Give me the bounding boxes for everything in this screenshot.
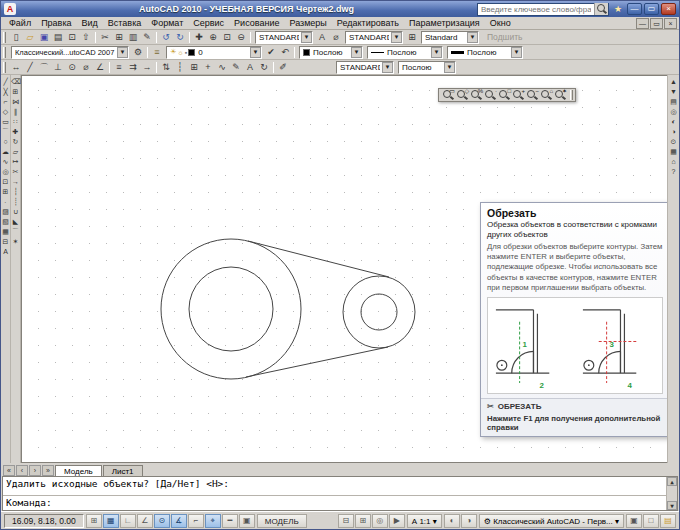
show-motion-button[interactable]: ▶ <box>389 514 405 528</box>
last-tab-button[interactable]: » <box>42 465 54 476</box>
table-style-button[interactable]: ⊞ <box>405 31 419 44</box>
status-tray-button[interactable]: ▤ <box>660 514 676 528</box>
color-dropdown[interactable]: Послою ▼ <box>299 46 363 59</box>
make-layer-current-button[interactable]: ✔ <box>264 46 278 59</box>
drawn-circle[interactable] <box>361 294 397 330</box>
cut-button[interactable]: ✂ <box>98 31 112 44</box>
publish-button[interactable]: ⇧ <box>79 31 93 44</box>
menu-format[interactable]: Формат <box>146 18 188 28</box>
dim-style-dropdown-2[interactable]: STANDARD ▼ <box>336 61 394 74</box>
dim-update-button[interactable]: ↻ <box>257 61 271 74</box>
dim-text-edit-button[interactable]: A <box>243 61 257 74</box>
model-space-button[interactable]: МОДЕЛЬ <box>257 514 307 528</box>
extend-button[interactable]: → <box>11 177 20 187</box>
zoom-object-button[interactable]: □ <box>497 89 511 101</box>
linetype-dropdown[interactable]: Послою ▼ <box>367 46 443 59</box>
dim-arc-length-button[interactable]: ⌒ <box>37 61 51 74</box>
join-button[interactable]: ∪ <box>11 207 20 217</box>
polygon-button[interactable]: ◇ <box>1 107 10 117</box>
dim-angular-button[interactable]: ∠ <box>93 61 107 74</box>
workspace-switch-button[interactable]: ⚙ Классический AutoCAD - Перв... ▾ <box>479 514 624 528</box>
tab-model[interactable]: Модель <box>55 465 102 476</box>
hatch-button[interactable]: ▨ <box>1 207 10 217</box>
zoom-out-button[interactable]: − <box>525 89 539 101</box>
menu-modify[interactable]: Редактировать <box>332 18 404 28</box>
draw-order-back-button[interactable]: ▼ <box>669 87 678 97</box>
search-button[interactable] <box>594 3 608 15</box>
stretch-button[interactable]: ↦ <box>11 157 20 167</box>
next-tab-button[interactable]: › <box>29 465 41 476</box>
offset-button[interactable]: ∥ <box>11 107 20 117</box>
restore-button[interactable]: ▭ <box>644 3 659 15</box>
dim-baseline-button[interactable]: ⇉ <box>126 61 140 74</box>
dim-space-button[interactable]: ⇅ <box>159 61 173 74</box>
steering-wheel-button[interactable]: ◎ <box>372 514 388 528</box>
render-button[interactable]: ◐ <box>669 117 678 127</box>
insert-block-button[interactable]: ⊡ <box>1 177 10 187</box>
toolbar-grip[interactable] <box>570 90 573 100</box>
grid-toggle[interactable]: ▦ <box>103 514 119 528</box>
lineweight-dropdown[interactable]: Послою ▼ <box>447 46 523 59</box>
drawn-tangent-line[interactable] <box>246 347 388 377</box>
paste-button[interactable]: ▥ <box>126 31 140 44</box>
command-history[interactable]: Удалить исходные объекты? [Да/Нет] <Н>: <box>3 477 677 496</box>
gradient-button[interactable]: ▧ <box>1 217 10 227</box>
ellipse-button[interactable]: ◎ <box>1 167 10 177</box>
text-style-dropdown[interactable]: STANDARD ▼ <box>255 31 313 44</box>
zoom-window-button[interactable]: ▭ <box>441 89 455 101</box>
toolbar-handle[interactable] <box>3 47 6 58</box>
text-style-button[interactable]: A <box>315 31 329 44</box>
snap-toggle[interactable]: ⊞ <box>86 514 102 528</box>
drawn-tangent-line[interactable] <box>248 241 389 277</box>
dim-style-manager-button[interactable]: ✐ <box>276 61 290 74</box>
zoom-center-button[interactable]: · <box>483 89 497 101</box>
zoom-window-button[interactable]: ⊡ <box>220 31 234 44</box>
doc-restore-button[interactable]: ▭ <box>650 18 663 29</box>
help-tool-button[interactable]: ? <box>669 167 678 177</box>
orbit-button[interactable]: ◎ <box>669 107 678 117</box>
mirror-button[interactable]: ⋈ <box>11 97 20 107</box>
annotation-visibility-button[interactable]: ◐ <box>444 514 460 528</box>
spline-button[interactable]: ∿ <box>1 157 10 167</box>
dim-edit-button[interactable]: ✎ <box>229 61 243 74</box>
scale-button[interactable]: ▱ <box>11 147 20 157</box>
move-button[interactable]: ✚ <box>11 127 20 137</box>
erase-button[interactable]: ⌫ <box>11 77 20 87</box>
quick-dimension-button[interactable]: ≡ <box>112 61 126 74</box>
point-button[interactable]: ∙ <box>1 197 10 207</box>
close-button[interactable]: × <box>661 3 676 15</box>
menu-file[interactable]: Файл <box>4 18 36 28</box>
explode-button[interactable]: ✶ <box>11 237 20 247</box>
table-button[interactable]: ⊟ <box>1 237 10 247</box>
menu-draw[interactable]: Рисование <box>229 18 284 28</box>
command-input-line[interactable]: Команда: <box>3 496 677 509</box>
lwt-toggle[interactable]: ━ <box>222 514 238 528</box>
quick-properties-toggle[interactable]: ▣ <box>239 514 255 528</box>
zoom-previous-button[interactable]: ⊖ <box>234 31 248 44</box>
doc-close-button[interactable]: × <box>664 18 677 29</box>
zoom-scale-button[interactable]: % <box>469 89 483 101</box>
multiline-text-button[interactable]: A <box>1 247 10 257</box>
ortho-toggle[interactable]: ∟ <box>120 514 136 528</box>
draw-order-front-button[interactable]: ▲ <box>669 77 678 87</box>
dim-ordinate-button[interactable]: ⊥ <box>51 61 65 74</box>
dim-aligned-button[interactable]: ╱ <box>23 61 37 74</box>
ducs-toggle[interactable]: ⌐ <box>188 514 204 528</box>
quick-view-drawings-button[interactable]: ⊞ <box>355 514 371 528</box>
drawn-circle[interactable] <box>161 239 301 379</box>
region-button[interactable]: ▦ <box>1 227 10 237</box>
workspace-settings-button[interactable]: ⚙ <box>131 46 145 59</box>
drawn-circle[interactable] <box>189 267 273 351</box>
menu-window[interactable]: Окно <box>485 18 516 28</box>
construction-line-button[interactable]: ╳ <box>1 87 10 97</box>
copy-button[interactable]: ⊞ <box>11 87 20 97</box>
dim-continue-button[interactable]: → <box>140 61 154 74</box>
zoom-in-button[interactable]: + <box>511 89 525 101</box>
menu-view[interactable]: Вид <box>77 18 103 28</box>
zoom-all-button[interactable]: ⌂ <box>539 89 553 101</box>
line-button[interactable]: ╱ <box>1 77 10 87</box>
sheet-set-button[interactable]: Подшить <box>481 32 529 42</box>
otrack-toggle[interactable]: ∡ <box>171 514 187 528</box>
visual-styles-button[interactable]: ◑ <box>669 127 678 137</box>
plot-preview-button[interactable]: ⊡ <box>65 31 79 44</box>
